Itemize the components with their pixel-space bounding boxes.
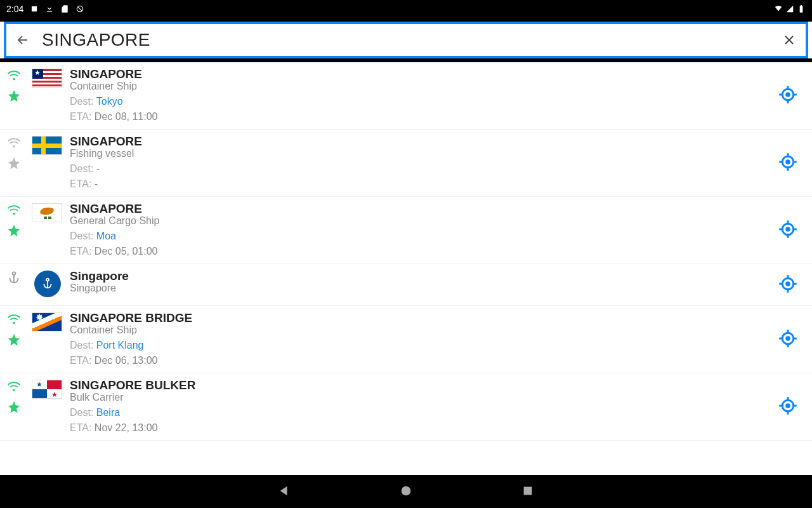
wifi-icon[interactable] [7,136,21,150]
status-right [774,4,806,13]
eta-label: ETA: [70,355,91,366]
flag-icon [28,306,66,373]
port-badge-icon [34,271,61,297]
vessel-name: SINGAPORE BRIDGE [70,311,764,325]
svg-point-5 [402,486,411,495]
favorite-icon[interactable] [7,224,21,237]
nav-recent[interactable] [521,484,535,500]
eta-value: Dec 05, 01:00 [95,246,158,257]
search-bar [4,22,808,58]
dest-label: Dest: [70,96,93,107]
eta-label: ETA: [70,422,91,433]
locate-button[interactable] [778,274,797,295]
vessel-type: Container Ship [70,324,764,336]
dest-label: Dest: [70,407,93,418]
search-input[interactable] [42,30,770,50]
dest-value[interactable]: Port Klang [96,340,144,351]
wifi-icon[interactable] [7,312,21,326]
dest-label: Dest: [70,163,93,174]
locate-button[interactable] [778,329,797,350]
favorite-icon[interactable] [7,400,21,414]
dest-value[interactable]: Moa [96,231,116,241]
locate-button[interactable] [778,396,797,417]
vessel-name: SINGAPORE BULKER [70,378,764,392]
wifi-status-icon [774,4,783,13]
android-nav-bar [0,475,812,508]
dest-label: Dest: [70,231,93,241]
locate-button[interactable] [778,220,797,241]
vessel-type: Bulk Carrier [70,392,764,403]
vessel-type: Container Ship [70,81,764,92]
svg-rect-6 [524,486,532,495]
locate-button[interactable] [778,85,797,106]
vessel-type: Fishing vessel [70,148,764,159]
result-row[interactable]: ★★ SINGAPORE BULKER Bulk Carrier Dest: B… [0,373,812,441]
download-icon [45,4,54,13]
back-button[interactable] [13,30,33,50]
dest-value: - [96,163,100,174]
flag-icon: ★★ [28,373,66,440]
nav-back[interactable] [277,484,291,500]
dest-value[interactable]: Tokyo [96,96,123,107]
status-time: 2:04 [6,4,23,14]
eta-value: Nov 22, 13:00 [95,422,158,433]
locate-button[interactable] [778,152,797,173]
nav-home[interactable] [399,484,413,500]
anchor-icon [7,271,21,284]
result-row[interactable]: SINGAPORE Fishing vessel Dest: - ETA: - [0,130,812,197]
results-list[interactable]: SINGAPORE Container Ship Dest: Tokyo ETA… [0,62,812,475]
dest-label: Dest: [70,340,93,351]
eta-value: Dec 06, 13:00 [95,355,158,366]
favorite-icon[interactable] [7,333,21,347]
notif-icon [30,4,39,13]
sd-icon [60,4,69,13]
flag-icon [28,197,66,264]
eta-label: ETA: [70,178,91,189]
status-left: 2:04 [6,4,84,14]
signal-icon [785,4,794,13]
favorite-icon[interactable] [7,156,21,170]
vessel-name: SINGAPORE [70,202,764,216]
result-row[interactable]: SINGAPORE BRIDGE Container Ship Dest: Po… [0,306,812,373]
result-row[interactable]: SINGAPORE General Cargo Ship Dest: Moa E… [0,197,812,264]
eta-value: - [95,178,98,189]
eta-value: Dec 08, 11:00 [95,111,158,122]
vessel-name: SINGAPORE [70,135,764,149]
clear-button[interactable] [779,30,799,50]
blocked-icon [75,4,84,13]
vessel-type: General Cargo Ship [70,215,764,227]
wifi-icon[interactable] [7,69,21,83]
flag-icon [28,130,66,196]
result-name: Singapore [70,269,764,283]
svg-rect-2 [800,6,803,12]
status-bar: 2:04 [0,0,812,18]
search-bar-container [0,22,812,58]
flag-icon [28,62,66,129]
result-row[interactable]: Singapore Singapore [0,264,812,306]
result-subtitle: Singapore [70,283,764,294]
svg-rect-0 [32,6,37,11]
wifi-icon[interactable] [7,203,21,217]
vessel-name: SINGAPORE [70,67,764,81]
eta-label: ETA: [70,111,91,122]
favorite-icon[interactable] [7,89,21,103]
svg-point-4 [46,279,49,281]
eta-label: ETA: [70,246,91,257]
battery-icon [797,4,806,13]
wifi-icon[interactable] [7,380,21,394]
svg-rect-3 [801,5,802,6]
dest-value[interactable]: Beira [96,407,120,418]
result-row[interactable]: SINGAPORE Container Ship Dest: Tokyo ETA… [0,62,812,130]
